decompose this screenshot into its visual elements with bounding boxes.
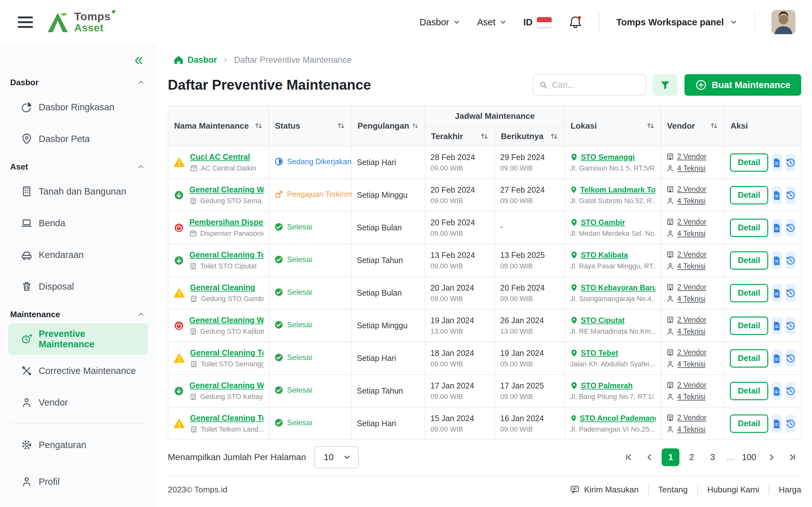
sidebar-item-benda[interactable]: Benda	[8, 207, 148, 239]
maintenance-name-link[interactable]: General Cleaning Wor...	[189, 381, 264, 390]
per-page-select[interactable]: 10	[314, 446, 359, 468]
breadcrumb-home-link[interactable]: Dasbor	[173, 55, 217, 65]
history-button[interactable]	[786, 415, 796, 433]
sort-icon[interactable]	[646, 121, 655, 130]
header-pengulangan[interactable]: Pengulangan	[351, 106, 425, 146]
page-button-1[interactable]: 1	[662, 448, 679, 466]
maintenance-name-link[interactable]: General Cleaning Wor...	[189, 316, 264, 325]
sort-icon[interactable]	[412, 121, 419, 130]
create-maintenance-button[interactable]: Buat Maintenance	[684, 74, 801, 96]
history-button[interactable]	[786, 219, 796, 237]
report-document-button[interactable]	[772, 219, 782, 237]
contact-link[interactable]: Hubungi Kami	[707, 485, 759, 495]
detail-button[interactable]: Detail	[730, 349, 768, 368]
technician-count-link[interactable]: 4 Teknisi	[677, 327, 705, 336]
language-switcher[interactable]: ID	[523, 17, 552, 27]
report-document-button[interactable]	[772, 349, 782, 367]
maintenance-name-link[interactable]: General Cleaning Wor...	[189, 185, 264, 194]
vendor-count-link[interactable]: 2 Vendor	[677, 283, 706, 291]
location-link[interactable]: STO Kalibata	[581, 250, 628, 260]
vendor-count-link[interactable]: 2 Vendor	[677, 348, 706, 357]
history-button[interactable]	[786, 251, 796, 269]
location-link[interactable]: STO Ciputat	[581, 316, 624, 325]
history-button[interactable]	[786, 382, 796, 400]
sidebar-item-profil[interactable]: Profil	[8, 466, 148, 498]
maintenance-name-link[interactable]: General Cleaning Toilet	[189, 250, 264, 260]
location-link[interactable]: Telkom Landmark To...	[580, 185, 656, 194]
sidebar-item-keluar[interactable]: Kel	[8, 503, 148, 507]
report-document-button[interactable]	[772, 251, 782, 269]
sidebar-item-dasbor-ringkasan[interactable]: Dasbor Ringkasan	[8, 91, 148, 123]
technician-count-link[interactable]: 4 Teknisi	[677, 262, 705, 271]
hamburger-menu-button[interactable]	[18, 16, 33, 29]
maintenance-name-link[interactable]: General Cleaning	[190, 283, 264, 292]
feedback-link[interactable]: Kirim Masukan	[570, 485, 639, 495]
vendor-count-link[interactable]: 2 Vendor	[677, 153, 706, 161]
sidebar-item-pengaturan[interactable]: Pengaturan	[8, 429, 148, 461]
technician-count-link[interactable]: 4 Teknisi	[677, 164, 705, 173]
history-button[interactable]	[786, 154, 796, 171]
location-link[interactable]: STO Tebet	[581, 349, 618, 357]
detail-button[interactable]: Detail	[730, 186, 768, 205]
sort-icon[interactable]	[480, 132, 489, 141]
detail-button[interactable]: Detail	[730, 251, 768, 270]
history-button[interactable]	[786, 284, 796, 302]
report-document-button[interactable]	[772, 317, 782, 335]
technician-count-link[interactable]: 4 Teknisi	[677, 360, 705, 369]
sort-icon[interactable]	[254, 121, 263, 130]
vendor-count-link[interactable]: 2 Vendor	[677, 250, 706, 259]
detail-button[interactable]: Detail	[730, 317, 768, 335]
nav-aset-dropdown[interactable]: Aset	[477, 17, 507, 27]
history-button[interactable]	[786, 317, 796, 335]
header-status[interactable]: Status	[269, 106, 351, 146]
header-terakhir[interactable]: Terakhir	[425, 126, 495, 146]
history-button[interactable]	[786, 349, 796, 367]
page-button-3[interactable]: 3	[704, 448, 721, 466]
workspace-switcher[interactable]: Tomps Workspace panel	[616, 17, 738, 27]
technician-count-link[interactable]: 4 Teknisi	[677, 425, 705, 434]
pricing-link[interactable]: Harga	[779, 485, 801, 495]
maintenance-name-link[interactable]: General Cleaning Toilet	[190, 413, 264, 423]
sidebar-item-preventive-maintenance[interactable]: Preventive Maintenance	[8, 323, 148, 355]
technician-count-link[interactable]: 4 Teknisi	[677, 197, 705, 205]
sidebar-item-disposal[interactable]: Disposal	[8, 271, 148, 302]
next-page-button[interactable]	[763, 448, 780, 466]
user-avatar[interactable]	[771, 10, 796, 34]
sort-icon[interactable]	[550, 132, 559, 141]
location-link[interactable]: STO Palmerah	[581, 381, 633, 390]
maintenance-name-link[interactable]: Cuci AC Central	[190, 153, 256, 162]
detail-button[interactable]: Detail	[730, 382, 768, 400]
report-document-button[interactable]	[772, 382, 782, 400]
about-link[interactable]: Tentang	[658, 485, 688, 495]
page-button-100[interactable]: 100	[739, 448, 759, 466]
history-button[interactable]	[786, 186, 796, 204]
maintenance-name-link[interactable]: General Cleaning Toilet	[190, 348, 264, 357]
vendor-count-link[interactable]: 2 Vendor	[677, 316, 706, 324]
report-document-button[interactable]	[772, 154, 782, 171]
brand-logo[interactable]: Tomps Asset	[46, 11, 111, 34]
header-berikutnya[interactable]: Berikutnya	[495, 126, 565, 146]
detail-button[interactable]: Detail	[730, 284, 768, 302]
header-vendor[interactable]: Vendor	[661, 106, 724, 146]
sidebar-section-maintenance[interactable]: Maintenance	[8, 305, 148, 323]
report-document-button[interactable]	[772, 284, 782, 302]
sort-icon[interactable]	[710, 121, 718, 130]
report-document-button[interactable]	[772, 186, 782, 204]
technician-count-link[interactable]: 4 Teknisi	[677, 393, 705, 401]
location-link[interactable]: STO Ancol Pademang...	[580, 414, 656, 423]
report-document-button[interactable]	[772, 415, 782, 433]
header-nama-maintenance[interactable]: Nama Maintenance	[168, 106, 269, 146]
previous-page-button[interactable]	[641, 448, 658, 466]
technician-count-link[interactable]: 4 Teknisi	[677, 229, 705, 238]
detail-button[interactable]: Detail	[730, 414, 768, 433]
sidebar-item-vendor[interactable]: Vendor	[8, 387, 148, 418]
technician-count-link[interactable]: 4 Teknisi	[677, 295, 705, 303]
sidebar-item-tanah-dan-bangunan[interactable]: Tanah dan Bangunan	[8, 176, 148, 207]
vendor-count-link[interactable]: 2 Vendor	[677, 218, 706, 226]
vendor-count-link[interactable]: 2 Vendor	[677, 185, 706, 193]
header-lokasi[interactable]: Lokasi	[565, 106, 661, 146]
vendor-count-link[interactable]: 2 Vendor	[677, 413, 706, 422]
detail-button[interactable]: Detail	[730, 153, 768, 172]
last-page-button[interactable]	[783, 448, 801, 466]
location-link[interactable]: STO Semanggi	[581, 153, 635, 162]
